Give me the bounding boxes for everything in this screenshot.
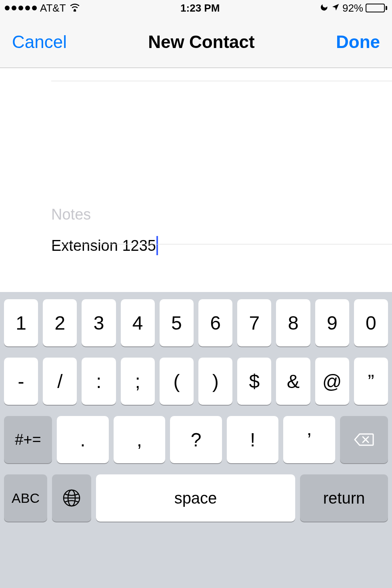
keyboard: 1 2 3 4 5 6 7 8 9 0 - / : ; ( ) $ & @ ” … (0, 292, 392, 588)
key-3[interactable]: 3 (82, 299, 116, 346)
keyboard-row-1: 1 2 3 4 5 6 7 8 9 0 (4, 299, 388, 346)
status-left: AT&T (5, 2, 80, 14)
status-bar: AT&T 1:23 PM 92% (0, 0, 392, 16)
do-not-disturb-icon (318, 1, 330, 16)
key-more-symbols[interactable]: #+= (4, 416, 52, 463)
key-4[interactable]: 4 (121, 299, 155, 346)
backspace-icon (354, 432, 374, 447)
contact-form: Notes Extension 1235 (0, 68, 392, 292)
key-comma[interactable]: , (114, 416, 166, 463)
key-1[interactable]: 1 (4, 299, 38, 346)
key-globe[interactable] (52, 474, 91, 522)
key-dollar[interactable]: $ (237, 358, 271, 405)
key-2[interactable]: 2 (43, 299, 77, 346)
notes-section[interactable]: Notes Extension 1235 (51, 206, 380, 255)
divider (51, 244, 392, 244)
key-ampersand[interactable]: & (276, 358, 310, 405)
svg-point-0 (74, 9, 76, 11)
navigation-bar: Cancel New Contact Done (0, 16, 392, 68)
carrier-label: AT&T (40, 2, 66, 14)
key-dash[interactable]: - (4, 358, 38, 405)
key-backspace[interactable] (340, 416, 388, 463)
keyboard-row-2: - / : ; ( ) $ & @ ” (4, 358, 388, 405)
key-slash[interactable]: / (43, 358, 77, 405)
key-8[interactable]: 8 (276, 299, 310, 346)
key-apostrophe[interactable]: ’ (283, 416, 335, 463)
key-at[interactable]: @ (315, 358, 349, 405)
key-close-paren[interactable]: ) (198, 358, 232, 405)
battery-icon (366, 4, 387, 12)
keyboard-row-3: #+= . , ? ! ’ (4, 416, 388, 463)
key-9[interactable]: 9 (315, 299, 349, 346)
key-quote[interactable]: ” (354, 358, 388, 405)
notes-input[interactable]: Extension 1235 (51, 236, 380, 255)
key-colon[interactable]: : (82, 358, 116, 405)
key-0[interactable]: 0 (354, 299, 388, 346)
key-7[interactable]: 7 (237, 299, 271, 346)
key-6[interactable]: 6 (198, 299, 232, 346)
cancel-button[interactable]: Cancel (12, 32, 67, 52)
keyboard-row-4: ABC space return (4, 474, 388, 522)
key-period[interactable]: . (57, 416, 109, 463)
key-5[interactable]: 5 (160, 299, 194, 346)
divider (51, 81, 392, 81)
key-exclaim[interactable]: ! (227, 416, 279, 463)
key-abc[interactable]: ABC (4, 474, 47, 522)
done-button[interactable]: Done (336, 32, 380, 52)
status-right: 92% (320, 2, 387, 14)
page-title: New Contact (148, 32, 254, 52)
key-open-paren[interactable]: ( (160, 358, 194, 405)
key-semicolon[interactable]: ; (121, 358, 155, 405)
notes-text: Extension 1235 (51, 237, 156, 254)
battery-percent: 92% (342, 2, 363, 14)
wifi-icon (69, 2, 80, 14)
status-time: 1:23 PM (180, 2, 220, 14)
notes-label: Notes (51, 206, 380, 223)
key-space[interactable]: space (96, 474, 295, 522)
key-question[interactable]: ? (170, 416, 222, 463)
location-icon (331, 2, 340, 14)
signal-strength-icon (5, 6, 37, 10)
key-return[interactable]: return (300, 474, 388, 522)
text-cursor (156, 236, 158, 255)
globe-icon (62, 489, 81, 507)
